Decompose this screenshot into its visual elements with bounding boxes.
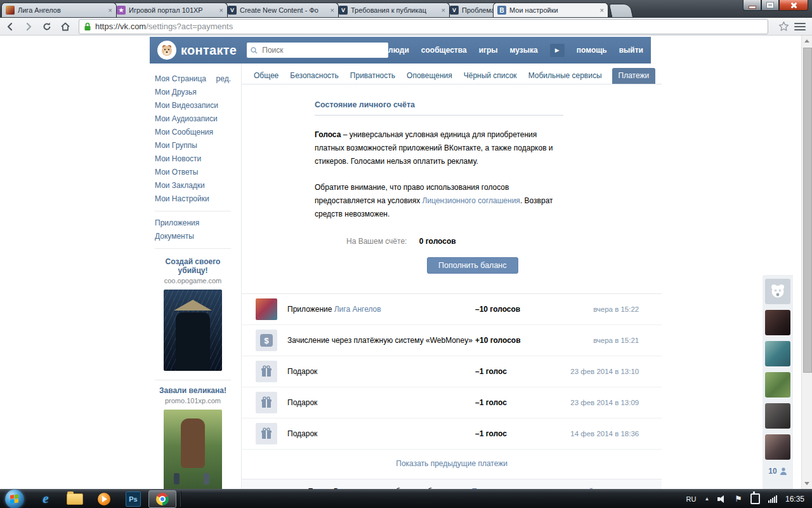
nav-logout[interactable]: выйти [619, 46, 643, 55]
home-button[interactable] [57, 19, 74, 34]
vk-logo[interactable]: контакте [157, 41, 237, 60]
url-host: https://vk.com [95, 22, 146, 31]
ad-image[interactable] [164, 290, 222, 371]
search-input[interactable] [261, 45, 384, 55]
chrome-icon [156, 493, 169, 505]
show-previous-payments-link[interactable]: Показать предыдущие платежи [396, 459, 508, 468]
close-tab-icon[interactable]: × [331, 7, 334, 14]
network-signal-icon[interactable] [768, 495, 777, 503]
app-link[interactable]: Лига Ангелов [334, 305, 381, 314]
nav-help[interactable]: помощь [577, 46, 607, 55]
back-icon [5, 22, 15, 32]
transaction-label: Приложение Лига Ангелов [287, 305, 475, 314]
ad-title[interactable]: Завали великана! [155, 386, 231, 395]
power-plug-icon[interactable] [750, 493, 760, 504]
tab-mobile-services[interactable]: Мобильные сервисы [527, 68, 603, 84]
nav-games[interactable]: игры [479, 46, 498, 55]
vk-left-menu: Моя Страница ред. Мои Друзья Мои Видеоза… [150, 64, 241, 489]
clock[interactable]: 16:35 [785, 495, 804, 504]
sidebar-item-friends[interactable]: Мои Друзья [155, 86, 231, 99]
friend-avatar[interactable] [765, 372, 790, 398]
sidebar-item-audios[interactable]: Мои Аудиозаписи [155, 112, 231, 126]
close-window-button[interactable] [779, 0, 808, 11]
sidebar-edit-link[interactable]: ред. [216, 72, 231, 86]
browser-tab-active[interactable]: В Мои настройки × [493, 3, 608, 17]
sidebar-item-settings[interactable]: Мои Настройки [155, 192, 231, 206]
topup-balance-button[interactable]: Пополнить баланс [427, 257, 518, 274]
person-icon [780, 467, 787, 476]
transaction-label: Подарок [287, 429, 475, 438]
tab-blacklist[interactable]: Чёрный список [462, 68, 518, 84]
nav-people[interactable]: люди [388, 46, 409, 55]
friend-avatar[interactable] [765, 434, 790, 460]
volume-icon[interactable] [717, 495, 726, 503]
ad-image[interactable] [164, 410, 222, 489]
back-button[interactable] [2, 19, 18, 34]
transaction-amount: –1 голос [475, 398, 570, 407]
tab-general[interactable]: Общее [252, 68, 280, 84]
balance-row: На Вашем счёте: 0 голосов [315, 237, 563, 246]
friend-avatar[interactable] [765, 310, 790, 335]
browser-tab-1[interactable]: Лига Ангелов × [1, 3, 117, 17]
ad-url: coo.opogame.com [155, 277, 231, 284]
close-tab-icon[interactable]: × [108, 7, 112, 14]
nav-music[interactable]: музыка [510, 46, 538, 55]
tab-payments[interactable]: Платежи [612, 68, 656, 84]
ad-block-2: Завали великана! promo.101xp.com [155, 386, 231, 489]
taskbar-file-explorer[interactable] [62, 490, 88, 508]
balance-section: Состояние личного счёта Голоса – универс… [242, 84, 563, 274]
sidebar-item-bookmarks[interactable]: Мои Закладки [155, 179, 231, 192]
windows-taskbar: e Ps RU ▲ ⚑ 16:35 [0, 489, 812, 508]
sidebar-item-videos[interactable]: Мои Видеозаписи [155, 99, 231, 112]
ad-title[interactable]: Создай своего убийцу! [155, 257, 231, 275]
browser-tab-4[interactable]: V Требования к публикац × [334, 3, 450, 17]
bookmark-button[interactable] [775, 19, 792, 34]
vk-favicon-icon: В [497, 6, 506, 15]
browser-menu-button[interactable] [794, 23, 806, 30]
friend-avatar[interactable] [765, 341, 790, 366]
tab-security[interactable]: Безопасность [289, 68, 340, 84]
taskbar-photoshop[interactable]: Ps [121, 490, 146, 508]
browser-tab-3[interactable]: V Create New Content - Фо × [223, 3, 339, 17]
sidebar-item-documents[interactable]: Документы [155, 230, 231, 243]
tab-privacy[interactable]: Приватность [349, 68, 396, 84]
minimize-button[interactable] [743, 0, 761, 11]
close-tab-icon[interactable]: × [219, 7, 223, 14]
scroll-up-button[interactable] [802, 36, 812, 46]
reload-button[interactable] [39, 19, 55, 34]
sidebar-item-my-page[interactable]: Моя Страница [155, 72, 206, 86]
sidebar-item-groups[interactable]: Мои Группы [155, 139, 231, 152]
action-center-flag-icon[interactable]: ⚑ [735, 495, 742, 503]
taskbar-internet-explorer[interactable]: e [33, 490, 58, 508]
new-tab-button[interactable] [609, 4, 634, 18]
nav-communities[interactable]: сообщества [421, 46, 467, 55]
tab-title: Лига Ангелов [18, 6, 105, 14]
scrollbar[interactable] [801, 36, 812, 489]
friend-avatar-placeholder[interactable] [765, 279, 790, 304]
nav-more-button[interactable]: ▶ [550, 44, 565, 57]
sidebar-item-replies[interactable]: Мои Ответы [155, 166, 231, 179]
maximize-button[interactable] [761, 0, 779, 11]
browser-tab-2[interactable]: ★ Игровой портал 101XP × [112, 3, 228, 17]
license-agreement-link[interactable]: Лицензионного соглашения [422, 196, 520, 205]
scrollbar-thumb[interactable] [803, 48, 812, 373]
sidebar-item-news[interactable]: Мои Новости [155, 152, 231, 166]
start-button[interactable] [5, 490, 24, 508]
sidebar-item-apps[interactable]: Приложения [155, 217, 231, 230]
sidebar-item-messages[interactable]: Мои Сообщения [155, 126, 231, 139]
tab-notifications[interactable]: Оповещения [405, 68, 454, 84]
forward-button[interactable] [20, 19, 37, 34]
taskbar-chrome-active[interactable] [148, 490, 176, 508]
transaction-amount: –1 голос [475, 429, 570, 438]
friend-avatar[interactable] [765, 403, 790, 429]
taskbar-media-player[interactable] [91, 490, 117, 508]
address-bar[interactable]: https://vk.com/settings?act=payments [79, 19, 768, 34]
show-hidden-icons-button[interactable]: ▲ [704, 496, 709, 502]
language-indicator[interactable]: RU [686, 495, 697, 503]
close-tab-icon[interactable]: × [442, 7, 445, 14]
browser-toolbar: https://vk.com/settings?act=payments [0, 18, 812, 36]
app-avatar[interactable] [256, 298, 277, 320]
game-favicon-icon [6, 6, 15, 15]
friends-online-count[interactable]: 10 [765, 467, 790, 476]
close-tab-icon[interactable]: × [600, 7, 604, 14]
